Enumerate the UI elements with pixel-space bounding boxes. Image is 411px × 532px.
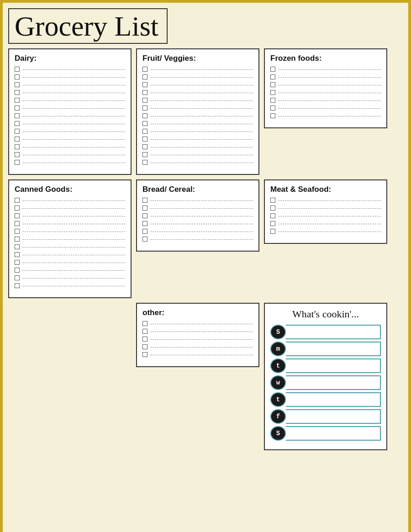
list-item[interactable] — [15, 198, 125, 203]
day-input-t1[interactable] — [286, 358, 381, 373]
list-item[interactable] — [142, 74, 253, 79]
list-item[interactable] — [15, 244, 125, 249]
day-label-s2[interactable]: S — [270, 426, 286, 441]
list-item[interactable] — [142, 113, 253, 118]
list-item[interactable] — [15, 268, 125, 273]
checkbox[interactable] — [15, 98, 20, 103]
checkbox[interactable] — [15, 213, 20, 218]
checkbox[interactable] — [142, 67, 148, 72]
list-item[interactable] — [15, 260, 125, 265]
list-item[interactable] — [15, 90, 125, 95]
list-item[interactable] — [142, 221, 253, 226]
list-item[interactable] — [15, 129, 125, 134]
checkbox[interactable] — [142, 144, 148, 149]
day-input-f[interactable] — [286, 409, 381, 424]
day-row-friday[interactable]: f — [270, 409, 381, 424]
checkbox[interactable] — [142, 90, 148, 95]
checkbox[interactable] — [142, 229, 148, 234]
list-item[interactable] — [270, 74, 381, 79]
checkbox[interactable] — [15, 113, 20, 118]
checkbox[interactable] — [15, 260, 20, 265]
list-item[interactable] — [142, 337, 253, 342]
checkbox[interactable] — [15, 67, 20, 72]
list-item[interactable] — [142, 152, 253, 157]
day-label-t1[interactable]: t — [270, 358, 286, 373]
checkbox[interactable] — [142, 113, 148, 118]
checkbox[interactable] — [270, 198, 275, 203]
checkbox[interactable] — [15, 198, 20, 203]
list-item[interactable] — [142, 98, 253, 103]
checkbox[interactable] — [142, 205, 148, 211]
checkbox[interactable] — [270, 67, 275, 72]
checkbox[interactable] — [142, 105, 148, 111]
checkbox[interactable] — [270, 221, 275, 226]
list-item[interactable] — [270, 221, 381, 226]
list-item[interactable] — [142, 105, 253, 111]
checkbox[interactable] — [142, 74, 148, 79]
list-item[interactable] — [142, 344, 253, 349]
day-row-thursday[interactable]: t — [270, 392, 381, 407]
list-item[interactable] — [142, 129, 253, 134]
list-item[interactable] — [15, 283, 125, 288]
list-item[interactable] — [15, 237, 125, 242]
checkbox[interactable] — [15, 268, 20, 273]
list-item[interactable] — [15, 67, 125, 72]
day-input-m[interactable] — [286, 342, 381, 356]
list-item[interactable] — [15, 105, 125, 111]
checkbox[interactable] — [15, 160, 20, 165]
list-item[interactable] — [15, 252, 125, 257]
checkbox[interactable] — [142, 198, 148, 203]
list-item[interactable] — [142, 205, 253, 211]
day-label-f[interactable]: f — [270, 409, 286, 424]
checkbox[interactable] — [142, 82, 148, 87]
checkbox[interactable] — [142, 329, 148, 334]
list-item[interactable] — [15, 137, 125, 142]
list-item[interactable] — [142, 198, 253, 203]
list-item[interactable] — [142, 90, 253, 95]
checkbox[interactable] — [15, 229, 20, 234]
list-item[interactable] — [15, 205, 125, 211]
checkbox[interactable] — [142, 321, 148, 326]
list-item[interactable] — [142, 121, 253, 126]
list-item[interactable] — [15, 160, 125, 165]
list-item[interactable] — [270, 98, 381, 103]
checkbox[interactable] — [15, 205, 20, 211]
checkbox[interactable] — [142, 160, 148, 165]
day-label-w[interactable]: w — [270, 375, 286, 390]
checkbox[interactable] — [142, 337, 148, 342]
checkbox[interactable] — [15, 275, 20, 280]
checkbox[interactable] — [270, 229, 275, 234]
checkbox[interactable] — [15, 129, 20, 134]
checkbox[interactable] — [15, 90, 20, 95]
checkbox[interactable] — [142, 237, 148, 242]
checkbox[interactable] — [15, 74, 20, 79]
list-item[interactable] — [142, 82, 253, 87]
checkbox[interactable] — [15, 283, 20, 288]
list-item[interactable] — [270, 67, 381, 72]
checkbox[interactable] — [15, 152, 20, 157]
checkbox[interactable] — [142, 129, 148, 134]
checkbox[interactable] — [15, 244, 20, 249]
checkbox[interactable] — [270, 98, 275, 103]
day-row-tuesday[interactable]: t — [270, 358, 381, 373]
list-item[interactable] — [15, 213, 125, 218]
list-item[interactable] — [270, 113, 381, 118]
checkbox[interactable] — [270, 205, 275, 211]
checkbox[interactable] — [270, 90, 275, 95]
list-item[interactable] — [270, 229, 381, 234]
checkbox[interactable] — [15, 237, 20, 242]
checkbox[interactable] — [270, 74, 275, 79]
checkbox[interactable] — [15, 137, 20, 142]
day-row-sunday1[interactable]: S — [270, 325, 381, 339]
list-item[interactable] — [15, 144, 125, 149]
list-item[interactable] — [15, 113, 125, 118]
list-item[interactable] — [142, 67, 253, 72]
checkbox[interactable] — [270, 213, 275, 218]
checkbox[interactable] — [15, 82, 20, 87]
list-item[interactable] — [142, 321, 253, 326]
list-item[interactable] — [15, 82, 125, 87]
list-item[interactable] — [15, 275, 125, 280]
checkbox[interactable] — [142, 98, 148, 103]
list-item[interactable] — [270, 90, 381, 95]
checkbox[interactable] — [15, 252, 20, 257]
